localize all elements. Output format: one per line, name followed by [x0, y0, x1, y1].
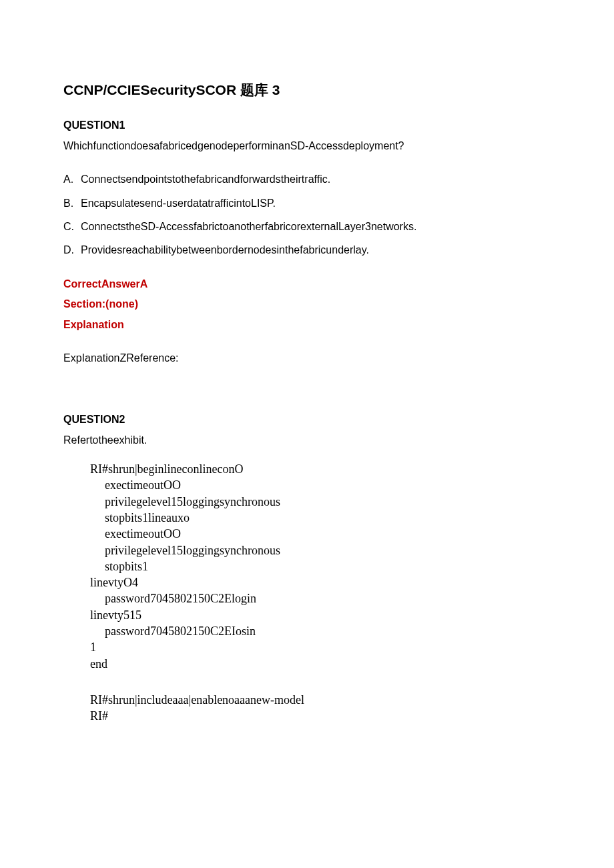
correct-answer: CorrectAnswerA — [63, 277, 551, 292]
question2-heading: QUESTION2 — [63, 412, 551, 427]
section-line: Section:(none) — [63, 297, 551, 312]
choice-text: ConnectstheSD-Accessfabrictoanotherfabri… — [81, 220, 416, 234]
choice-b: B. Encapsulatesend-userdatatrafficintoLI… — [63, 196, 551, 211]
exhibit-line: end — [90, 656, 551, 672]
choice-text: Connectsendpointstothefabricandforwardst… — [81, 172, 330, 187]
exhibit-line: stopbits1lineauxo — [90, 510, 551, 526]
page-title: CCNP/CCIESecuritySCOR 题库 3 — [63, 80, 551, 99]
question1-answer-block: CorrectAnswerA Section:(none) Explanatio… — [63, 277, 551, 332]
question2-text: Refertotheexhibit. — [63, 433, 551, 448]
exhibit-line: linevtyO4 — [90, 574, 551, 590]
question1-heading: QUESTION1 — [63, 118, 551, 133]
exhibit-line: RI#shrun|includeaaa|enablenoaaanew-model — [90, 692, 551, 708]
exhibit-line: privilegelevel15loggingsynchronous — [90, 494, 551, 510]
exhibit-line: password7045802150C2EIosin — [90, 623, 551, 639]
exhibit-line: 1 — [90, 639, 551, 655]
exhibit-line: privilegelevel15loggingsynchronous — [90, 542, 551, 558]
choice-letter: A. — [63, 172, 81, 187]
choice-c: C. ConnectstheSD-Accessfabrictoanotherfa… — [63, 220, 551, 234]
choice-text: Providesreachabilitybetweenbordernodesin… — [81, 243, 369, 258]
explanation-label: Explanation — [63, 318, 551, 332]
choice-letter: D. — [63, 243, 81, 258]
exhibit-block: RI#shrun|beginlineconlineconO exectimeou… — [90, 461, 551, 724]
choice-text: Encapsulatesend-userdatatrafficintoLISP. — [81, 196, 276, 211]
explanation-reference: ExpIanationZReference: — [63, 351, 551, 366]
question1-text: Whichfunctiondoesafabricedgenodeperformi… — [63, 139, 551, 153]
exhibit-gap — [90, 672, 551, 692]
exhibit-line: RI#shrun|beginlineconlineconO — [90, 461, 551, 477]
choice-a: A. Connectsendpointstothefabricandforwar… — [63, 172, 551, 187]
exhibit-line: exectimeoutOO — [90, 477, 551, 493]
exhibit-line: linevty515 — [90, 607, 551, 623]
question1-choices: A. Connectsendpointstothefabricandforwar… — [63, 172, 551, 258]
exhibit-line: password7045802150C2Elogin — [90, 590, 551, 606]
exhibit-line: RI# — [90, 708, 551, 724]
choice-letter: B. — [63, 196, 81, 211]
choice-d: D. Providesreachabilitybetweenbordernode… — [63, 243, 551, 258]
exhibit-line: stopbits1 — [90, 558, 551, 574]
choice-letter: C. — [63, 220, 81, 234]
exhibit-line: exectimeoutOO — [90, 526, 551, 542]
